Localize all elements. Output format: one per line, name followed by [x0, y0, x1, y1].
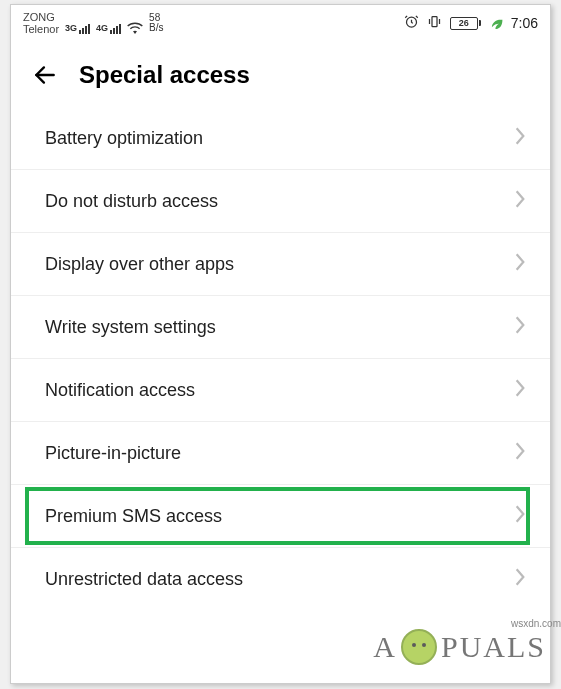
chevron-right-icon [514, 126, 526, 150]
item-notification-access[interactable]: Notification access [11, 359, 550, 422]
signal-4g: 4G [96, 24, 121, 34]
net-label-3g: 3G [65, 24, 77, 34]
signal-bars-icon [110, 24, 121, 34]
phone-screen: ZONG Telenor 3G 4G [10, 4, 551, 684]
clock-time: 7:06 [511, 15, 538, 31]
net-label-4g: 4G [96, 24, 108, 34]
app-header: Special access [11, 39, 550, 107]
item-battery-optimization[interactable]: Battery optimization [11, 107, 550, 170]
signal-3g: 3G [65, 24, 90, 34]
chevron-right-icon [514, 441, 526, 465]
item-label: Battery optimization [45, 128, 203, 149]
chevron-right-icon [514, 315, 526, 339]
chevron-right-icon [514, 189, 526, 213]
item-write-system-settings[interactable]: Write system settings [11, 296, 550, 359]
arrow-left-icon [32, 62, 58, 88]
battery-percentage: 26 [459, 18, 469, 28]
signal-bars-icon [79, 24, 90, 34]
carrier-1: ZONG [23, 11, 59, 23]
item-premium-sms-access[interactable]: Premium SMS access [11, 485, 550, 548]
item-label: Unrestricted data access [45, 569, 243, 590]
settings-list: Battery optimization Do not disturb acce… [11, 107, 550, 610]
side-watermark: wsxdn.com [511, 618, 561, 629]
network-speed: 58 B/s [149, 13, 163, 34]
chevron-right-icon [514, 504, 526, 528]
chevron-right-icon [514, 567, 526, 591]
battery-indicator: 26 [450, 17, 481, 30]
wifi-icon [127, 22, 143, 34]
watermark-face-icon [401, 629, 437, 665]
watermark-suffix: PUALS [441, 630, 546, 664]
svg-rect-1 [432, 17, 437, 27]
chevron-right-icon [514, 378, 526, 402]
battery-icon: 26 [450, 17, 478, 30]
status-right: 26 7:06 [404, 14, 538, 32]
item-do-not-disturb-access[interactable]: Do not disturb access [11, 170, 550, 233]
item-display-over-other-apps[interactable]: Display over other apps [11, 233, 550, 296]
item-label: Display over other apps [45, 254, 234, 275]
back-button[interactable] [31, 61, 59, 89]
item-label: Do not disturb access [45, 191, 218, 212]
watermark-logo: A PUALS [373, 629, 546, 665]
alarm-icon [404, 14, 419, 32]
carrier-2: Telenor [23, 23, 59, 35]
status-left: ZONG Telenor 3G 4G [23, 11, 164, 35]
page-title: Special access [79, 61, 250, 89]
watermark-prefix: A [373, 630, 397, 664]
signal-group: 3G 4G [65, 13, 163, 34]
item-unrestricted-data-access[interactable]: Unrestricted data access [11, 548, 550, 610]
item-label: Notification access [45, 380, 195, 401]
speed-unit: B/s [149, 23, 163, 34]
item-label: Picture-in-picture [45, 443, 181, 464]
item-label: Write system settings [45, 317, 216, 338]
vibrate-icon [427, 14, 442, 32]
chevron-right-icon [514, 252, 526, 276]
carrier-labels: ZONG Telenor [23, 11, 59, 35]
item-label: Premium SMS access [45, 506, 222, 527]
leaf-icon [489, 15, 503, 32]
item-picture-in-picture[interactable]: Picture-in-picture [11, 422, 550, 485]
status-bar: ZONG Telenor 3G 4G [11, 5, 550, 39]
